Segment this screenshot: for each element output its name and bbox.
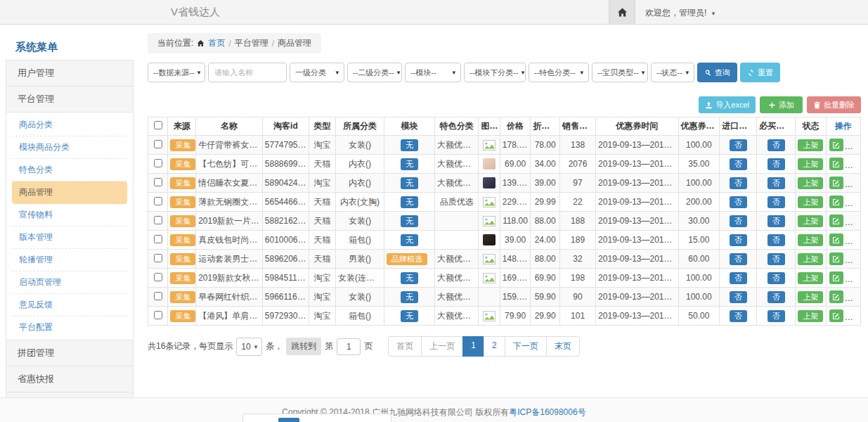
reset-button[interactable]: 重置 xyxy=(740,63,780,82)
status-badge[interactable]: 上架 xyxy=(798,291,823,303)
edit-button[interactable] xyxy=(829,215,843,227)
edit-button[interactable] xyxy=(829,252,843,265)
must-buy-badge[interactable]: 否 xyxy=(767,139,785,151)
clipped-active-page-button[interactable] xyxy=(278,418,299,422)
sidebar-item-platform-management[interactable]: 平台管理 xyxy=(6,86,134,113)
page-button-2[interactable]: 2 xyxy=(484,336,505,357)
edit-button[interactable] xyxy=(829,271,843,284)
import-select-badge[interactable]: 否 xyxy=(730,272,747,284)
price: 79.90 xyxy=(500,307,531,326)
page-button-4[interactable]: 下一页 xyxy=(505,336,547,357)
item-type-select[interactable]: --宝贝类型--▾ xyxy=(592,63,648,82)
status-badge[interactable]: 上架 xyxy=(798,310,823,322)
import-select-badge[interactable]: 否 xyxy=(730,139,747,151)
must-buy-badge[interactable]: 否 xyxy=(767,253,785,265)
status-badge[interactable]: 上架 xyxy=(798,177,823,189)
sidebar-item-group-buy-management[interactable]: 拼团管理 xyxy=(6,340,134,366)
page-button-1[interactable]: 上一页 xyxy=(421,336,463,357)
sidebar-item-platform-config[interactable]: 平台配置 xyxy=(12,316,127,338)
sidebar-item-feedback[interactable]: 意见反馈 xyxy=(12,294,127,316)
row-checkbox[interactable] xyxy=(154,292,162,300)
must-buy-badge[interactable]: 否 xyxy=(767,310,785,322)
sidebar-item-user-management[interactable]: 用户管理 xyxy=(6,60,134,87)
sidebar-item-feature-category[interactable]: 特色分类 xyxy=(12,159,127,181)
edit-button[interactable] xyxy=(829,309,843,322)
row-checkbox[interactable] xyxy=(154,254,162,262)
goods-type: 淘宝 xyxy=(309,269,336,288)
status-badge[interactable]: 上架 xyxy=(798,158,823,170)
must-buy-badge[interactable]: 否 xyxy=(767,272,785,284)
import-select-badge[interactable]: 否 xyxy=(730,253,747,265)
jump-page-input[interactable] xyxy=(337,338,361,355)
breadcrumb-home-link[interactable]: 首页 xyxy=(208,37,225,49)
sidebar-item-promo-material[interactable]: 宣传物料 xyxy=(12,204,127,226)
select-all-checkbox[interactable] xyxy=(154,121,162,129)
edit-button[interactable] xyxy=(829,196,843,208)
level1-category-select[interactable]: 一级分类▾ xyxy=(290,63,344,82)
data-source-select[interactable]: --数据来源--▾ xyxy=(148,63,205,82)
import-select-badge[interactable]: 否 xyxy=(730,291,747,303)
status-badge[interactable]: 上架 xyxy=(798,215,823,227)
import-select-badge[interactable]: 否 xyxy=(730,234,747,246)
level2-category-select[interactable]: --二级分类--▾ xyxy=(347,63,402,82)
import-select-badge[interactable]: 否 xyxy=(730,310,747,322)
feature-category-filter-select[interactable]: --特色分类--▾ xyxy=(529,63,589,82)
user-menu[interactable]: 欢迎您，管理员! ▾ xyxy=(645,7,715,19)
query-button[interactable]: 查询 xyxy=(697,63,737,82)
import-excel-button[interactable]: 导入excel xyxy=(699,96,756,113)
edit-button[interactable] xyxy=(829,234,843,246)
page-button-1[interactable]: 1 xyxy=(462,336,484,357)
edit-button[interactable] xyxy=(829,158,843,170)
row-checkbox[interactable] xyxy=(154,273,162,281)
row-checkbox[interactable] xyxy=(154,178,162,186)
sidebar-item-carousel-management[interactable]: 轮播管理 xyxy=(12,249,127,271)
page-button-0[interactable]: 首页 xyxy=(388,336,422,357)
must-buy-badge[interactable]: 否 xyxy=(767,234,785,246)
goods-type: 天猫 xyxy=(309,212,336,231)
home-button[interactable] xyxy=(609,0,635,24)
icp-link[interactable]: 粤ICP备16098006号 xyxy=(509,407,585,417)
row-checkbox[interactable] xyxy=(154,216,162,224)
goods-name-input[interactable] xyxy=(208,63,287,82)
import-select-badge[interactable]: 否 xyxy=(730,177,747,189)
edit-button[interactable] xyxy=(829,139,843,151)
must-buy-badge[interactable]: 否 xyxy=(767,158,785,170)
row-checkbox[interactable] xyxy=(154,197,162,205)
must-buy-badge[interactable]: 否 xyxy=(767,177,785,189)
page-button-5[interactable]: 末页 xyxy=(546,336,580,357)
status-badge[interactable]: 上架 xyxy=(798,234,823,246)
module-badge: 无 xyxy=(401,310,418,322)
must-buy-badge[interactable]: 否 xyxy=(767,291,785,303)
module-subcategory-select[interactable]: --模块下分类--▾ xyxy=(464,63,526,82)
import-select-badge[interactable]: 否 xyxy=(730,158,747,170)
edit-button[interactable] xyxy=(829,290,843,303)
row-checkbox[interactable] xyxy=(154,235,162,243)
must-buy-badge[interactable]: 否 xyxy=(767,196,785,208)
jump-button[interactable]: 跳转到 xyxy=(286,338,321,355)
sidebar-item-goods-management[interactable]: 商品管理 xyxy=(12,181,127,204)
sales-count: 189 xyxy=(559,231,595,250)
status-badge[interactable]: 上架 xyxy=(798,139,823,151)
row-checkbox[interactable] xyxy=(154,140,162,148)
row-checkbox[interactable] xyxy=(154,311,162,319)
sidebar-item-module-goods-category[interactable]: 模块商品分类 xyxy=(12,136,127,159)
row-checkbox[interactable] xyxy=(154,159,162,167)
module-select[interactable]: --模块--▾ xyxy=(405,63,461,82)
status-select[interactable]: --状态--▾ xyxy=(651,63,694,82)
batch-delete-button[interactable]: 批量删除 xyxy=(807,96,861,113)
status-badge[interactable]: 上架 xyxy=(798,196,823,208)
query-button-label: 查询 xyxy=(715,68,730,78)
edit-button[interactable] xyxy=(829,177,843,189)
status-badge[interactable]: 上架 xyxy=(798,272,823,284)
import-select-badge[interactable]: 否 xyxy=(730,196,747,208)
sidebar-item-splash-page-management[interactable]: 启动页管理 xyxy=(12,271,127,294)
per-page-select[interactable]: 10 ▾ xyxy=(236,338,262,356)
add-button[interactable]: 添加 xyxy=(760,96,803,113)
status-badge[interactable]: 上架 xyxy=(798,253,823,265)
goods-type: 淘宝 xyxy=(309,288,336,307)
sidebar-item-version-management[interactable]: 版本管理 xyxy=(12,226,127,249)
must-buy-badge[interactable]: 否 xyxy=(767,215,785,227)
import-select-badge[interactable]: 否 xyxy=(730,215,747,227)
sidebar-item-goods-category[interactable]: 商品分类 xyxy=(12,114,127,136)
sidebar-item-saving-express[interactable]: 省惠快报 xyxy=(6,366,134,392)
